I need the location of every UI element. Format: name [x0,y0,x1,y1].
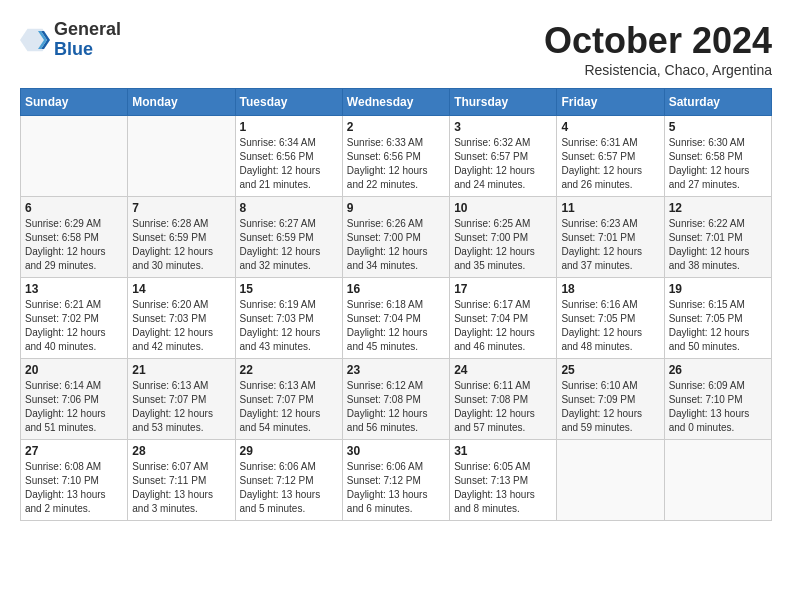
day-info: Sunrise: 6:20 AM Sunset: 7:03 PM Dayligh… [132,298,230,354]
day-info: Sunrise: 6:06 AM Sunset: 7:12 PM Dayligh… [347,460,445,516]
weekday-header: Saturday [664,89,771,116]
calendar-cell: 12Sunrise: 6:22 AM Sunset: 7:01 PM Dayli… [664,197,771,278]
logo-blue-text: Blue [54,40,121,60]
calendar-table: SundayMondayTuesdayWednesdayThursdayFrid… [20,88,772,521]
day-info: Sunrise: 6:08 AM Sunset: 7:10 PM Dayligh… [25,460,123,516]
calendar-cell: 20Sunrise: 6:14 AM Sunset: 7:06 PM Dayli… [21,359,128,440]
day-number: 13 [25,282,123,296]
logo-icon [20,25,50,55]
day-number: 12 [669,201,767,215]
day-number: 21 [132,363,230,377]
calendar-cell: 1Sunrise: 6:34 AM Sunset: 6:56 PM Daylig… [235,116,342,197]
calendar-week-row: 6Sunrise: 6:29 AM Sunset: 6:58 PM Daylig… [21,197,772,278]
calendar-week-row: 27Sunrise: 6:08 AM Sunset: 7:10 PM Dayli… [21,440,772,521]
calendar-cell: 26Sunrise: 6:09 AM Sunset: 7:10 PM Dayli… [664,359,771,440]
calendar-cell: 8Sunrise: 6:27 AM Sunset: 6:59 PM Daylig… [235,197,342,278]
location-subtitle: Resistencia, Chaco, Argentina [544,62,772,78]
day-number: 22 [240,363,338,377]
calendar-cell [557,440,664,521]
day-info: Sunrise: 6:33 AM Sunset: 6:56 PM Dayligh… [347,136,445,192]
weekday-header: Tuesday [235,89,342,116]
day-number: 14 [132,282,230,296]
calendar-cell: 2Sunrise: 6:33 AM Sunset: 6:56 PM Daylig… [342,116,449,197]
calendar-cell [664,440,771,521]
day-info: Sunrise: 6:21 AM Sunset: 7:02 PM Dayligh… [25,298,123,354]
day-number: 2 [347,120,445,134]
calendar-cell: 9Sunrise: 6:26 AM Sunset: 7:00 PM Daylig… [342,197,449,278]
day-number: 11 [561,201,659,215]
calendar-cell: 4Sunrise: 6:31 AM Sunset: 6:57 PM Daylig… [557,116,664,197]
day-number: 27 [25,444,123,458]
day-info: Sunrise: 6:17 AM Sunset: 7:04 PM Dayligh… [454,298,552,354]
calendar-cell: 13Sunrise: 6:21 AM Sunset: 7:02 PM Dayli… [21,278,128,359]
calendar-week-row: 13Sunrise: 6:21 AM Sunset: 7:02 PM Dayli… [21,278,772,359]
weekday-header: Sunday [21,89,128,116]
calendar-cell: 18Sunrise: 6:16 AM Sunset: 7:05 PM Dayli… [557,278,664,359]
weekday-header: Friday [557,89,664,116]
calendar-week-row: 20Sunrise: 6:14 AM Sunset: 7:06 PM Dayli… [21,359,772,440]
day-info: Sunrise: 6:29 AM Sunset: 6:58 PM Dayligh… [25,217,123,273]
calendar-cell: 31Sunrise: 6:05 AM Sunset: 7:13 PM Dayli… [450,440,557,521]
day-info: Sunrise: 6:11 AM Sunset: 7:08 PM Dayligh… [454,379,552,435]
day-info: Sunrise: 6:18 AM Sunset: 7:04 PM Dayligh… [347,298,445,354]
day-info: Sunrise: 6:14 AM Sunset: 7:06 PM Dayligh… [25,379,123,435]
logo-general-text: General [54,20,121,40]
logo: General Blue [20,20,121,60]
day-number: 23 [347,363,445,377]
calendar-cell: 16Sunrise: 6:18 AM Sunset: 7:04 PM Dayli… [342,278,449,359]
day-info: Sunrise: 6:34 AM Sunset: 6:56 PM Dayligh… [240,136,338,192]
month-title: October 2024 [544,20,772,62]
calendar-cell: 28Sunrise: 6:07 AM Sunset: 7:11 PM Dayli… [128,440,235,521]
day-info: Sunrise: 6:16 AM Sunset: 7:05 PM Dayligh… [561,298,659,354]
calendar-cell: 25Sunrise: 6:10 AM Sunset: 7:09 PM Dayli… [557,359,664,440]
weekday-row: SundayMondayTuesdayWednesdayThursdayFrid… [21,89,772,116]
calendar-cell: 15Sunrise: 6:19 AM Sunset: 7:03 PM Dayli… [235,278,342,359]
calendar-cell: 14Sunrise: 6:20 AM Sunset: 7:03 PM Dayli… [128,278,235,359]
day-number: 10 [454,201,552,215]
calendar-cell [128,116,235,197]
day-info: Sunrise: 6:12 AM Sunset: 7:08 PM Dayligh… [347,379,445,435]
calendar-cell: 17Sunrise: 6:17 AM Sunset: 7:04 PM Dayli… [450,278,557,359]
calendar-cell: 7Sunrise: 6:28 AM Sunset: 6:59 PM Daylig… [128,197,235,278]
calendar-week-row: 1Sunrise: 6:34 AM Sunset: 6:56 PM Daylig… [21,116,772,197]
calendar-cell: 30Sunrise: 6:06 AM Sunset: 7:12 PM Dayli… [342,440,449,521]
day-number: 9 [347,201,445,215]
calendar-cell: 10Sunrise: 6:25 AM Sunset: 7:00 PM Dayli… [450,197,557,278]
calendar-cell: 23Sunrise: 6:12 AM Sunset: 7:08 PM Dayli… [342,359,449,440]
day-info: Sunrise: 6:32 AM Sunset: 6:57 PM Dayligh… [454,136,552,192]
day-info: Sunrise: 6:13 AM Sunset: 7:07 PM Dayligh… [240,379,338,435]
calendar-cell: 6Sunrise: 6:29 AM Sunset: 6:58 PM Daylig… [21,197,128,278]
day-info: Sunrise: 6:23 AM Sunset: 7:01 PM Dayligh… [561,217,659,273]
weekday-header: Monday [128,89,235,116]
day-info: Sunrise: 6:05 AM Sunset: 7:13 PM Dayligh… [454,460,552,516]
calendar-header: SundayMondayTuesdayWednesdayThursdayFrid… [21,89,772,116]
day-number: 17 [454,282,552,296]
day-info: Sunrise: 6:15 AM Sunset: 7:05 PM Dayligh… [669,298,767,354]
day-number: 31 [454,444,552,458]
calendar-cell: 19Sunrise: 6:15 AM Sunset: 7:05 PM Dayli… [664,278,771,359]
page-header: General Blue October 2024 Resistencia, C… [20,20,772,78]
day-number: 4 [561,120,659,134]
calendar-cell: 21Sunrise: 6:13 AM Sunset: 7:07 PM Dayli… [128,359,235,440]
day-info: Sunrise: 6:13 AM Sunset: 7:07 PM Dayligh… [132,379,230,435]
day-number: 26 [669,363,767,377]
day-number: 15 [240,282,338,296]
day-number: 29 [240,444,338,458]
day-info: Sunrise: 6:27 AM Sunset: 6:59 PM Dayligh… [240,217,338,273]
day-number: 7 [132,201,230,215]
calendar-cell: 24Sunrise: 6:11 AM Sunset: 7:08 PM Dayli… [450,359,557,440]
day-info: Sunrise: 6:06 AM Sunset: 7:12 PM Dayligh… [240,460,338,516]
day-number: 20 [25,363,123,377]
day-number: 19 [669,282,767,296]
day-number: 16 [347,282,445,296]
day-number: 1 [240,120,338,134]
calendar-cell [21,116,128,197]
calendar-cell: 11Sunrise: 6:23 AM Sunset: 7:01 PM Dayli… [557,197,664,278]
day-number: 6 [25,201,123,215]
day-info: Sunrise: 6:10 AM Sunset: 7:09 PM Dayligh… [561,379,659,435]
day-number: 24 [454,363,552,377]
day-number: 18 [561,282,659,296]
day-number: 5 [669,120,767,134]
day-info: Sunrise: 6:25 AM Sunset: 7:00 PM Dayligh… [454,217,552,273]
calendar-cell: 29Sunrise: 6:06 AM Sunset: 7:12 PM Dayli… [235,440,342,521]
